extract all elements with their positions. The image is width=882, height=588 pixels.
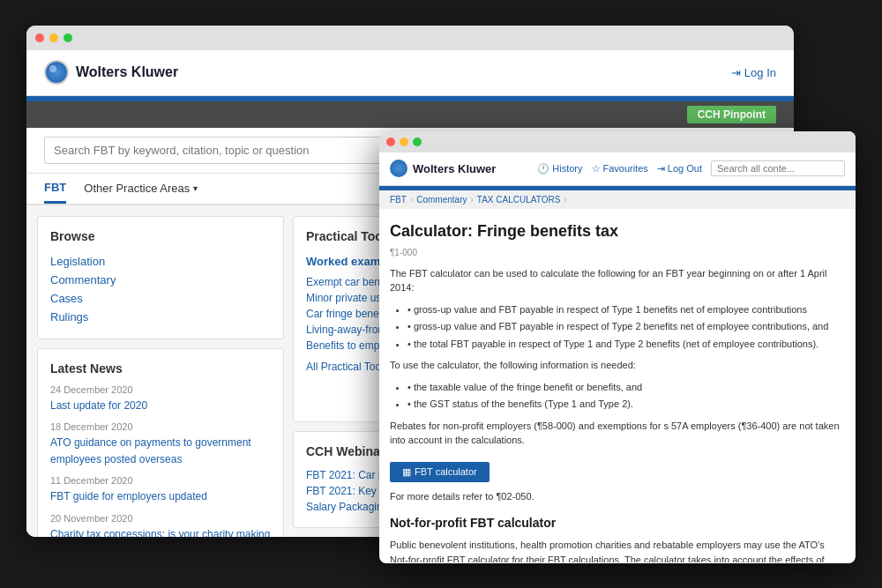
front-app-header: Wolters Kluwer 🕐 History ☆ Favourites ⇥ … bbox=[379, 153, 856, 186]
browse-cases-link[interactable]: Cases bbox=[50, 289, 271, 308]
news-date-1: 18 December 2020 bbox=[50, 421, 271, 432]
window-chrome bbox=[26, 26, 794, 50]
clock-icon: 🕐 bbox=[537, 163, 549, 175]
fbt-calc-inline-button[interactable]: ▦ FBT calculator bbox=[390, 462, 490, 482]
maximize-window-btn[interactable] bbox=[64, 33, 72, 42]
star-icon: ☆ bbox=[592, 163, 601, 175]
article-bullets-1: • gross-up value and FBT payable in resp… bbox=[407, 302, 845, 352]
news-item-3: 20 November 2020 Charity tax concessions… bbox=[50, 513, 271, 537]
browse-rulings-link[interactable]: Rulings bbox=[50, 308, 271, 326]
news-date-3: 20 November 2020 bbox=[50, 513, 271, 524]
cch-pinpoint-bar: CCH Pinpoint bbox=[26, 101, 794, 128]
logout-link[interactable]: ⇥ Log Out bbox=[657, 163, 702, 175]
news-item-1: 18 December 2020 ATO guidance on payment… bbox=[50, 421, 271, 466]
front-browser-window: Wolters Kluwer 🕐 History ☆ Favourites ⇥ … bbox=[379, 131, 856, 563]
front-search-input[interactable] bbox=[711, 160, 845, 176]
article-bullet-2-0: • the taxable value of the fringe benefi… bbox=[407, 380, 845, 395]
article-bullets-2: • the taxable value of the fringe benefi… bbox=[407, 380, 845, 412]
chevron-down-icon: ▾ bbox=[193, 183, 198, 193]
nfp-section-title: Not-for-profit FBT calculator bbox=[390, 514, 845, 532]
minimize-window-btn[interactable] bbox=[49, 33, 58, 42]
browse-card: Browse Legislation Commentary Cases Ruli… bbox=[37, 216, 284, 339]
cch-pinpoint-badge: CCH Pinpoint bbox=[687, 106, 776, 123]
logo-area: Wolters Kluwer bbox=[44, 60, 178, 85]
front-nav-links: 🕐 History ☆ Favourites ⇥ Log Out bbox=[537, 160, 845, 176]
browse-commentary-link[interactable]: Commentary bbox=[50, 271, 271, 289]
latest-news-title: Latest News bbox=[50, 361, 271, 376]
news-link-2[interactable]: FBT guide for employers updated bbox=[50, 490, 207, 502]
app-header: Wolters Kluwer ⇥ Log In bbox=[26, 50, 794, 96]
article-intro: The FBT calculator can be used to calcul… bbox=[390, 266, 845, 295]
breadcrumb-sep-2: › bbox=[470, 195, 473, 205]
login-button[interactable]: ⇥ Log In bbox=[731, 66, 776, 79]
browse-title: Browse bbox=[50, 229, 271, 243]
breadcrumb-commentary[interactable]: Commentary bbox=[416, 195, 467, 205]
article-bullet-1-0: • gross-up value and FBT payable in resp… bbox=[407, 302, 845, 317]
front-window-chrome bbox=[379, 131, 856, 153]
close-window-btn[interactable] bbox=[35, 33, 44, 42]
news-item-0: 24 December 2020 Last update for 2020 bbox=[50, 384, 271, 413]
article-bullet-2-1: • the GST status of the benefits (Type 1… bbox=[407, 397, 845, 412]
article-body: The FBT calculator can be used to calcul… bbox=[390, 266, 845, 562]
front-globe-icon bbox=[390, 160, 407, 177]
left-column: Browse Legislation Commentary Cases Ruli… bbox=[37, 216, 284, 528]
favourites-link[interactable]: ☆ Favourites bbox=[592, 163, 648, 175]
article-nfp-text: Public benevolent institutions, health p… bbox=[390, 538, 845, 562]
breadcrumb: FBT › Commentary › TAX CALCULATORS › bbox=[379, 190, 856, 209]
news-link-1[interactable]: ATO guidance on payments to government e… bbox=[50, 436, 251, 465]
tab-fbt[interactable]: FBT bbox=[44, 174, 66, 204]
login-icon: ⇥ bbox=[731, 66, 741, 79]
article-use-text: To use the calculator, the following inf… bbox=[390, 358, 845, 373]
article-rebates-text: Rebates for non-profit employers (¶58-00… bbox=[390, 419, 845, 448]
login-label: Log In bbox=[744, 66, 776, 79]
news-date-2: 11 December 2020 bbox=[50, 475, 271, 486]
tab-other-practice-areas[interactable]: Other Practice Areas ▾ bbox=[84, 182, 198, 195]
article-title: Calculator: Fringe benefits tax bbox=[390, 220, 845, 243]
news-link-3[interactable]: Charity tax concessions: is your charity… bbox=[50, 528, 270, 537]
logout-icon: ⇥ bbox=[657, 163, 665, 175]
calculator-icon: ▦ bbox=[402, 466, 411, 478]
article-ref: ¶1-000 bbox=[390, 246, 845, 259]
breadcrumb-sep-1: › bbox=[410, 195, 413, 205]
latest-news-card: Latest News 24 December 2020 Last update… bbox=[37, 348, 284, 537]
front-logo-area: Wolters Kluwer bbox=[390, 160, 496, 177]
browse-legislation-link[interactable]: Legislation bbox=[50, 252, 271, 271]
breadcrumb-sep-3: › bbox=[564, 195, 566, 205]
wolters-kluwer-globe-icon bbox=[44, 60, 69, 85]
article-more-details: For more details refer to ¶02-050. bbox=[390, 489, 845, 504]
front-logo-text: Wolters Kluwer bbox=[413, 162, 496, 175]
news-item-2: 11 December 2020 FBT guide for employers… bbox=[50, 475, 271, 504]
news-date-0: 24 December 2020 bbox=[50, 384, 271, 395]
front-maximize-btn[interactable] bbox=[413, 138, 422, 146]
front-minimize-btn[interactable] bbox=[400, 138, 408, 146]
app-logo-text: Wolters Kluwer bbox=[76, 64, 178, 80]
article-bullet-1-2: • the total FBT payable in respect of Ty… bbox=[407, 337, 845, 352]
article-bullet-1-1: • gross-up value and FBT payable in resp… bbox=[407, 319, 845, 334]
breadcrumb-tax-calculators[interactable]: TAX CALCULATORS bbox=[477, 195, 560, 205]
breadcrumb-fbt[interactable]: FBT bbox=[390, 195, 407, 205]
history-link[interactable]: 🕐 History bbox=[537, 163, 582, 175]
news-link-0[interactable]: Last update for 2020 bbox=[50, 399, 147, 412]
article-content: Calculator: Fringe benefits tax ¶1-000 T… bbox=[379, 209, 856, 562]
front-close-btn[interactable] bbox=[386, 138, 395, 146]
